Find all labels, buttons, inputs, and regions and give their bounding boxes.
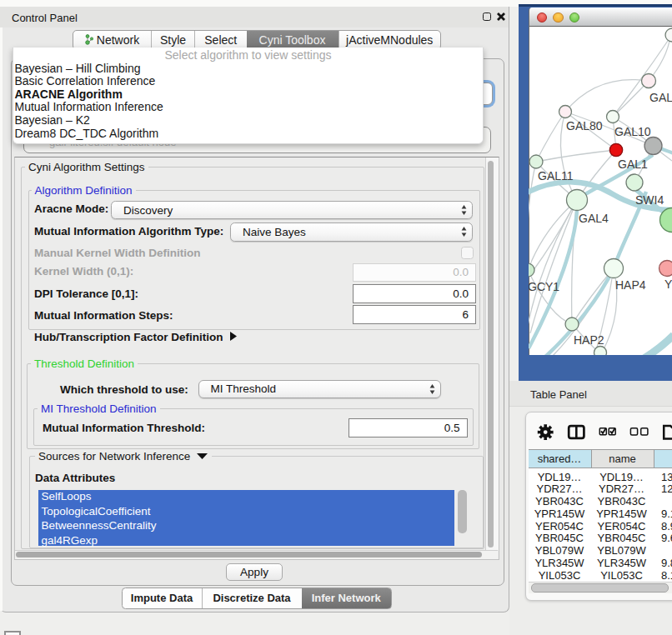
svg-text:GAL1: GAL1 xyxy=(618,158,648,171)
svg-text:GAL10: GAL10 xyxy=(614,125,651,138)
svg-text:GAL4: GAL4 xyxy=(579,212,609,225)
svg-text:GCY1: GCY1 xyxy=(529,280,559,293)
svg-text:HAP4: HAP4 xyxy=(615,278,646,292)
svg-text:GAL80: GAL80 xyxy=(566,119,603,132)
svg-text:GAL7: GAL7 xyxy=(649,91,672,104)
svg-text:HAP2: HAP2 xyxy=(574,333,604,347)
svg-text:YD: YD xyxy=(664,278,672,291)
svg-text:GAL11: GAL11 xyxy=(538,169,574,182)
svg-text:SWI4: SWI4 xyxy=(635,193,664,207)
